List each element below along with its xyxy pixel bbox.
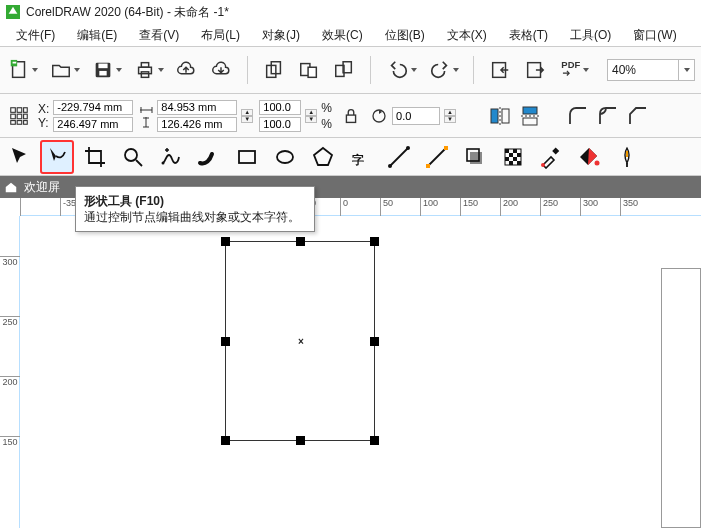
export-icon[interactable] xyxy=(522,57,547,83)
crop-tool[interactable] xyxy=(78,140,112,174)
transparency-tool[interactable] xyxy=(496,140,530,174)
scale-group: ▲▼ %% xyxy=(259,100,332,132)
polygon-tool[interactable] xyxy=(306,140,340,174)
lock-ratio-icon[interactable] xyxy=(338,103,364,129)
round-corner-icon[interactable] xyxy=(566,104,590,128)
height-icon xyxy=(139,116,153,128)
svg-point-36 xyxy=(277,151,293,163)
center-marker: × xyxy=(298,336,304,347)
handle-tr[interactable] xyxy=(370,237,379,246)
drop-shadow-tool[interactable] xyxy=(458,140,492,174)
save-button[interactable] xyxy=(90,57,122,83)
rotation-input[interactable] xyxy=(392,107,440,125)
handle-mr[interactable] xyxy=(370,337,379,346)
zoom-level-combo[interactable]: 40% xyxy=(607,59,695,81)
svg-rect-8 xyxy=(141,72,148,78)
size-spinner[interactable]: ▲▼ xyxy=(241,109,253,123)
home-icon[interactable] xyxy=(4,180,18,194)
svg-rect-54 xyxy=(552,147,559,154)
pick-tool[interactable] xyxy=(2,140,36,174)
svg-rect-18 xyxy=(11,107,16,112)
rotation-group: ▲▼ xyxy=(370,107,456,125)
menu-window[interactable]: 窗口(W) xyxy=(623,25,686,46)
svg-point-56 xyxy=(595,160,600,165)
welcome-tab[interactable]: 欢迎屏 xyxy=(24,179,60,196)
duplicate-icon[interactable] xyxy=(331,57,356,83)
canvas-area[interactable]: -350 -300 -250 -200 -150 -100 -50 0 50 1… xyxy=(0,198,701,528)
size-group: ▲▼ xyxy=(139,100,253,132)
scale-y-input[interactable] xyxy=(259,117,301,132)
scale-spinner[interactable]: ▲▼ xyxy=(305,109,317,123)
menu-tools[interactable]: 工具(O) xyxy=(560,25,621,46)
svg-point-55 xyxy=(541,163,545,167)
svg-rect-26 xyxy=(24,120,28,124)
object-origin-icon[interactable] xyxy=(6,103,32,129)
svg-rect-6 xyxy=(139,67,152,73)
svg-rect-53 xyxy=(517,161,521,165)
text-tool[interactable]: 字 xyxy=(344,140,378,174)
svg-text:PDF: PDF xyxy=(561,59,580,70)
menu-object[interactable]: 对象(J) xyxy=(252,25,310,46)
freehand-tool[interactable] xyxy=(154,140,188,174)
width-input[interactable] xyxy=(157,100,237,115)
mirror-h-icon[interactable] xyxy=(488,104,512,128)
ellipse-tool[interactable] xyxy=(268,140,302,174)
dimension-tool[interactable] xyxy=(382,140,416,174)
svg-rect-25 xyxy=(17,120,22,124)
artistic-media-tool[interactable] xyxy=(192,140,226,174)
cloud-up-icon[interactable] xyxy=(174,57,199,83)
paste-icon[interactable] xyxy=(297,57,322,83)
height-input[interactable] xyxy=(157,117,237,132)
mirror-v-icon[interactable] xyxy=(518,104,542,128)
selected-rectangle[interactable]: × xyxy=(225,241,375,441)
menu-view[interactable]: 查看(V) xyxy=(129,25,189,46)
menu-effect[interactable]: 效果(C) xyxy=(312,25,373,46)
y-position-input[interactable] xyxy=(53,117,133,132)
svg-rect-29 xyxy=(491,109,498,123)
undo-button[interactable] xyxy=(385,57,417,83)
redo-button[interactable] xyxy=(427,57,459,83)
fill-tool[interactable] xyxy=(572,140,606,174)
import-icon[interactable] xyxy=(488,57,513,83)
outline-pen-tool[interactable] xyxy=(610,140,644,174)
menu-table[interactable]: 表格(T) xyxy=(499,25,558,46)
tooltip-title: 形状工具 (F10) xyxy=(84,194,164,208)
svg-rect-23 xyxy=(24,114,28,119)
svg-rect-48 xyxy=(509,153,513,157)
copy-icon[interactable] xyxy=(262,57,287,83)
menu-layout[interactable]: 布局(L) xyxy=(191,25,250,46)
handle-br[interactable] xyxy=(370,436,379,445)
handle-bl[interactable] xyxy=(221,436,230,445)
svg-point-34 xyxy=(162,161,165,164)
chamfer-corner-icon[interactable] xyxy=(626,104,650,128)
scallop-corner-icon[interactable] xyxy=(596,104,620,128)
print-button[interactable] xyxy=(132,57,164,83)
menu-edit[interactable]: 编辑(E) xyxy=(67,25,127,46)
connector-tool[interactable] xyxy=(420,140,454,174)
handle-tc[interactable] xyxy=(296,237,305,246)
handle-bc[interactable] xyxy=(296,436,305,445)
svg-rect-35 xyxy=(239,151,255,163)
handle-ml[interactable] xyxy=(221,337,230,346)
rotation-icon xyxy=(370,107,388,125)
x-position-input[interactable] xyxy=(53,100,133,115)
menu-text[interactable]: 文本(X) xyxy=(437,25,497,46)
rotation-spinner[interactable]: ▲▼ xyxy=(444,109,456,123)
open-button[interactable] xyxy=(48,57,80,83)
handle-tl[interactable] xyxy=(221,237,230,246)
app-logo-icon xyxy=(6,5,20,19)
svg-rect-7 xyxy=(141,63,148,68)
rectangle-tool[interactable] xyxy=(230,140,264,174)
svg-point-40 xyxy=(406,146,410,150)
scale-x-input[interactable] xyxy=(259,100,301,115)
zoom-tool[interactable] xyxy=(116,140,150,174)
publish-pdf-button[interactable]: PDF xyxy=(557,57,589,83)
menu-bitmap[interactable]: 位图(B) xyxy=(375,25,435,46)
menu-file[interactable]: 文件(F) xyxy=(6,25,65,46)
property-bar: X:Y: ▲▼ ▲▼ %% ▲▼ xyxy=(0,94,701,138)
window-title: CorelDRAW 2020 (64-Bit) - 未命名 -1* xyxy=(26,4,229,21)
new-document-button[interactable] xyxy=(6,57,38,83)
shape-tool[interactable] xyxy=(40,140,74,174)
cloud-down-icon[interactable] xyxy=(209,57,234,83)
eyedropper-tool[interactable] xyxy=(534,140,568,174)
